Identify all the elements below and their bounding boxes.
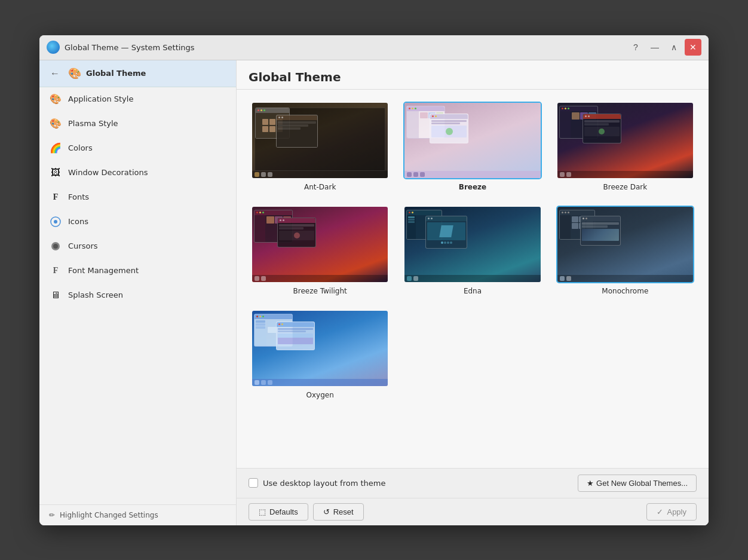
sidebar-header: ← 🎨 Global Theme (39, 60, 236, 87)
application-style-icon: 🎨 (49, 93, 62, 106)
reset-button[interactable]: ↺ Reset (313, 503, 364, 521)
sidebar-item-application-style[interactable]: 🎨 Application Style (39, 87, 236, 112)
theme-thumb-breeze-twilight (251, 206, 389, 283)
sidebar-item-cursors[interactable]: Cursors (39, 234, 236, 259)
desktop-layout-checkbox-label[interactable]: Use desktop layout from theme (249, 478, 385, 488)
footer-options-row: Use desktop layout from theme ★ Get New … (237, 469, 709, 498)
footer-actions-row: ⬚ Defaults ↺ Reset ✓ Apply (237, 498, 709, 525)
sidebar-item-colors[interactable]: 🌈 Colors (39, 136, 236, 161)
sidebar: ← 🎨 Global Theme 🎨 Application Style 🎨 P… (39, 60, 237, 525)
theme-thumb-oxygen (251, 310, 389, 387)
footer-left-buttons: ⬚ Defaults ↺ Reset (249, 503, 364, 521)
cursors-icon (49, 240, 62, 253)
theme-preview-oxygen (252, 311, 388, 386)
sidebar-item-icons[interactable]: Icons (39, 210, 236, 234)
main-window: Global Theme — System Settings ? — ∧ ✕ ←… (39, 35, 709, 525)
main-layout: ← 🎨 Global Theme 🎨 Application Style 🎨 P… (39, 60, 709, 525)
app-icon (47, 41, 60, 54)
checkbox-text: Use desktop layout from theme (263, 479, 385, 488)
sidebar-item-plasma-style[interactable]: 🎨 Plasma Style (39, 112, 236, 136)
apply-button[interactable]: ✓ Apply (646, 503, 697, 521)
window-title: Global Theme — System Settings (65, 43, 623, 52)
themes-grid: Ant-Dark (249, 99, 697, 402)
highlight-label: Highlight Changed Settings (60, 511, 158, 519)
titlebar: Global Theme — System Settings ? — ∧ ✕ (39, 35, 709, 60)
theme-preview-breeze-dark (557, 103, 693, 178)
sidebar-item-label: Fonts (68, 192, 89, 201)
back-button[interactable]: ← (47, 65, 63, 82)
sidebar-item-label: Window Decorations (68, 168, 148, 177)
theme-preview-edna (404, 207, 540, 282)
svg-point-3 (53, 244, 58, 249)
content-title: Global Theme (237, 60, 709, 90)
themes-grid-container[interactable]: Ant-Dark (237, 90, 709, 468)
sidebar-item-font-management[interactable]: F Font Management (39, 259, 236, 283)
window-controls: ? — ∧ ✕ (627, 39, 701, 56)
sidebar-item-fonts[interactable]: F Fonts (39, 185, 236, 210)
sidebar-item-label: Plasma Style (68, 119, 118, 128)
font-management-icon: F (49, 264, 62, 277)
reset-icon: ↺ (323, 507, 330, 516)
theme-thumb-ant-dark (251, 102, 389, 179)
theme-name-monochrome: Monochrome (602, 287, 648, 295)
sidebar-header-icon: 🎨 (68, 67, 81, 79)
theme-thumb-monochrome (556, 206, 694, 283)
theme-name-breeze-twilight: Breeze Twilight (293, 287, 347, 295)
theme-name-breeze-dark: Breeze Dark (603, 183, 648, 191)
theme-preview-breeze (404, 103, 540, 178)
theme-item-edna[interactable]: Edna (401, 203, 544, 298)
colors-icon: 🌈 (49, 142, 62, 155)
theme-name-edna: Edna (464, 287, 482, 295)
reset-label: Reset (333, 507, 354, 516)
close-button[interactable]: ✕ (685, 39, 701, 56)
sidebar-item-label: Icons (68, 217, 88, 226)
window-decorations-icon: 🖼 (49, 166, 62, 179)
sidebar-item-label: Application Style (68, 94, 133, 103)
minimize-button[interactable]: — (646, 39, 663, 56)
sidebar-item-label: Splash Screen (68, 290, 123, 299)
apply-label: Apply (667, 507, 686, 516)
help-button[interactable]: ? (627, 39, 644, 56)
apply-icon: ✓ (657, 507, 663, 516)
desktop-layout-checkbox[interactable] (249, 478, 258, 488)
theme-item-monochrome[interactable]: Monochrome (554, 203, 697, 298)
fonts-icon: F (49, 191, 62, 204)
defaults-button[interactable]: ⬚ Defaults (249, 503, 308, 521)
get-new-themes-button[interactable]: ★ Get New Global Themes... (578, 475, 697, 492)
sidebar-item-window-decorations[interactable]: 🖼 Window Decorations (39, 161, 236, 185)
content-footer: Use desktop layout from theme ★ Get New … (237, 468, 709, 525)
icons-icon (49, 215, 62, 228)
theme-name-ant-dark: Ant-Dark (304, 183, 336, 191)
theme-thumb-breeze-dark (556, 102, 694, 179)
defaults-icon: ⬚ (259, 507, 266, 516)
maximize-button[interactable]: ∧ (666, 39, 682, 56)
sidebar-item-label: Colors (68, 143, 93, 152)
splash-screen-icon: 🖥 (49, 289, 62, 302)
theme-item-breeze[interactable]: Breeze (401, 99, 544, 194)
sidebar-item-splash-screen[interactable]: 🖥 Splash Screen (39, 283, 236, 308)
theme-name-oxygen: Oxygen (306, 391, 334, 399)
highlight-changed-settings[interactable]: ✏️ Highlight Changed Settings (39, 504, 236, 525)
theme-thumb-breeze (403, 102, 541, 179)
defaults-label: Defaults (269, 507, 298, 516)
theme-preview-breeze-twilight (252, 207, 388, 282)
sidebar-item-label: Font Management (68, 266, 139, 275)
sidebar-header-label: Global Theme (86, 69, 146, 78)
plasma-style-icon: 🎨 (49, 117, 62, 130)
theme-item-breeze-dark[interactable]: Breeze Dark (554, 99, 697, 194)
theme-name-breeze: Breeze (459, 183, 486, 191)
sidebar-item-label: Cursors (68, 241, 98, 250)
content-area: Global Theme (237, 60, 709, 525)
highlight-icon: ✏️ (49, 511, 55, 519)
theme-preview-ant-dark (252, 103, 388, 178)
theme-thumb-edna (403, 206, 541, 283)
theme-item-ant-dark[interactable]: Ant-Dark (249, 99, 391, 194)
theme-preview-monochrome (557, 207, 693, 282)
theme-item-breeze-twilight[interactable]: Breeze Twilight (249, 203, 391, 298)
theme-item-oxygen[interactable]: Oxygen (249, 307, 391, 402)
svg-point-1 (54, 220, 57, 224)
